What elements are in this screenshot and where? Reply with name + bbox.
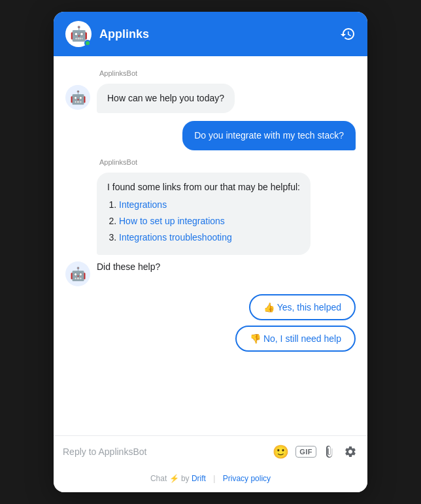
- list-item-3: Integrations troubleshooting: [119, 231, 300, 244]
- user-bubble-1: Do you integrate with my tech stack?: [182, 121, 356, 150]
- chat-header: 🤖 Applinks: [54, 12, 367, 56]
- list-item-2: How to set up integrations: [119, 214, 300, 228]
- link-3[interactable]: Integrations troubleshooting: [119, 232, 232, 243]
- header-title: Applinks: [99, 27, 332, 41]
- list-item-1: Integrations: [119, 198, 300, 212]
- links-intro: I found some links from our that may be …: [107, 182, 300, 192]
- paperclip-icon: [323, 445, 336, 458]
- user-message-row-1: Do you integrate with my tech stack?: [65, 121, 356, 150]
- history-button[interactable]: [340, 26, 356, 42]
- footer-text: Chat: [150, 474, 167, 483]
- messages-area: ApplinksBot 🤖 How can we help you today?…: [54, 56, 367, 435]
- chat-footer: Chat ⚡ by Drift | Privacy policy: [54, 467, 367, 492]
- bot-avatar-1: 🤖: [65, 85, 90, 110]
- chat-input[interactable]: [63, 444, 266, 460]
- bot-message-row-1: 🤖 How can we help you today?: [65, 84, 356, 113]
- header-avatar: 🤖: [65, 21, 92, 47]
- bot-simple-bubble: Did these help?: [97, 260, 160, 274]
- response-buttons: 👍 Yes, this helped 👎 No, I still need he…: [65, 294, 356, 352]
- bot-avatar-2: 🤖: [65, 261, 90, 286]
- footer-by: by: [181, 474, 190, 483]
- attachment-button[interactable]: [322, 444, 337, 460]
- footer-brand-link[interactable]: Drift: [192, 474, 206, 483]
- link-1[interactable]: Integrations: [119, 199, 167, 210]
- bot-label-2: ApplinksBot: [99, 158, 356, 166]
- yes-button[interactable]: 👍 Yes, this helped: [249, 294, 356, 320]
- settings-icon: [344, 445, 357, 458]
- link-2[interactable]: How to set up integrations: [119, 216, 225, 226]
- emoji-icon: 🙂: [273, 444, 289, 460]
- emoji-button[interactable]: 🙂: [271, 443, 290, 461]
- no-button[interactable]: 👎 No, I still need help: [235, 326, 356, 352]
- bot-avatar-icon: 🤖: [70, 25, 88, 42]
- history-icon: [340, 26, 356, 42]
- online-indicator: [84, 40, 91, 46]
- bot-simple-row: 🤖 Did these help?: [65, 260, 356, 286]
- footer-divider: |: [213, 474, 215, 483]
- privacy-policy-link[interactable]: Privacy policy: [223, 474, 271, 483]
- footer-lightning: ⚡: [169, 474, 179, 483]
- settings-button[interactable]: [343, 444, 358, 460]
- links-list: Integrations How to set up integrations …: [119, 198, 300, 244]
- bot-links-bubble: I found some links from our that may be …: [97, 173, 311, 255]
- chat-widget: 🤖 Applinks ApplinksBot 🤖 How can we help…: [54, 12, 367, 492]
- bot-links-row: I found some links from our that may be …: [65, 173, 356, 255]
- bot-label-1: ApplinksBot: [99, 69, 356, 77]
- input-area: 🙂 GIF: [54, 435, 367, 467]
- bot-bubble-1: How can we help you today?: [97, 84, 235, 113]
- gif-button[interactable]: GIF: [295, 446, 316, 458]
